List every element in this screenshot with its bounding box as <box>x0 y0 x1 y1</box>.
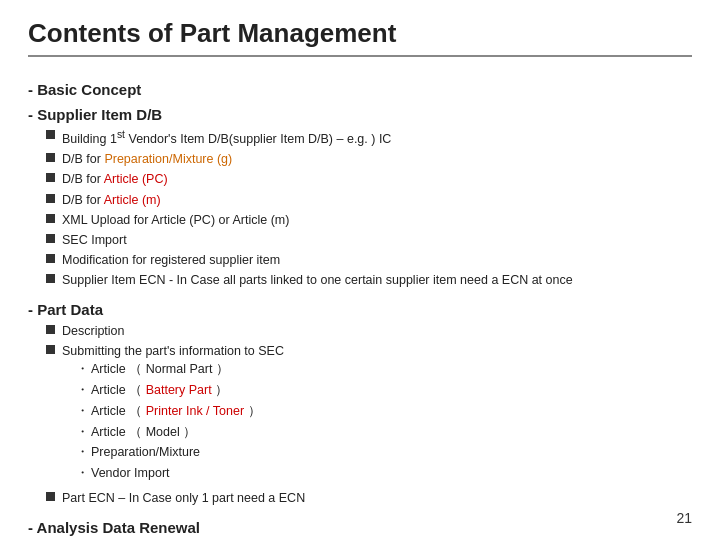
bullet-icon <box>46 325 55 334</box>
list-item: D/B for Preparation/Mixture (g) <box>46 150 692 168</box>
list-item: D/B for Article (m) <box>46 191 692 209</box>
list-item: XML Upload for Article (PC) or Article (… <box>46 211 692 229</box>
list-item: Article （ Model ） <box>76 423 261 442</box>
bullet-icon <box>46 130 55 139</box>
list-item: Article （ Printer Ink / Toner ） <box>76 402 261 421</box>
list-item: Building 1st Vendor's Item D/B(supplier … <box>46 127 692 148</box>
section-supplier-item-db: - Supplier Item D/B <box>28 106 692 123</box>
list-item: Supplier Item ECN - In Case all parts li… <box>46 271 692 289</box>
bullet-icon <box>46 254 55 263</box>
list-item: Modification for registered supplier ite… <box>46 251 692 269</box>
bullet-icon <box>46 214 55 223</box>
page: Contents of Part Management - Basic Conc… <box>0 0 720 540</box>
section-analysis-data-renewal: - Analysis Data Renewal <box>28 519 692 536</box>
list-item: D/B for Article (PC) <box>46 170 692 188</box>
page-title: Contents of Part Management <box>28 18 692 57</box>
list-item: Article （ Normal Part ） <box>76 360 261 379</box>
bullet-icon <box>46 492 55 501</box>
bullet-icon <box>46 345 55 354</box>
list-item: Part ECN – In Case only 1 part need a EC… <box>46 489 692 507</box>
bullet-icon <box>46 194 55 203</box>
list-item: Submitting the part's information to SEC… <box>46 342 692 487</box>
list-item: Preparation/Mixture <box>76 443 261 462</box>
content-area: - Basic Concept - Supplier Item D/B Buil… <box>28 63 692 540</box>
page-number: 21 <box>676 510 692 526</box>
section-basic-concept: - Basic Concept <box>28 81 692 98</box>
list-item: Vendor Import <box>76 464 261 483</box>
bullet-icon <box>46 153 55 162</box>
top-sections: - Basic Concept - Supplier Item D/B <box>28 81 692 123</box>
sub-bullet-list: Article （ Normal Part ） Article （ Batter… <box>46 360 261 485</box>
supplier-bullets: Building 1st Vendor's Item D/B(supplier … <box>28 127 692 289</box>
bullet-icon <box>46 173 55 182</box>
part-data-bullets: Description Submitting the part's inform… <box>28 322 692 507</box>
list-item: Article （ Battery Part ） <box>76 381 261 400</box>
section-part-data: - Part Data <box>28 301 692 318</box>
list-item: Description <box>46 322 692 340</box>
bullet-icon <box>46 274 55 283</box>
list-item: SEC Import <box>46 231 692 249</box>
bullet-icon <box>46 234 55 243</box>
